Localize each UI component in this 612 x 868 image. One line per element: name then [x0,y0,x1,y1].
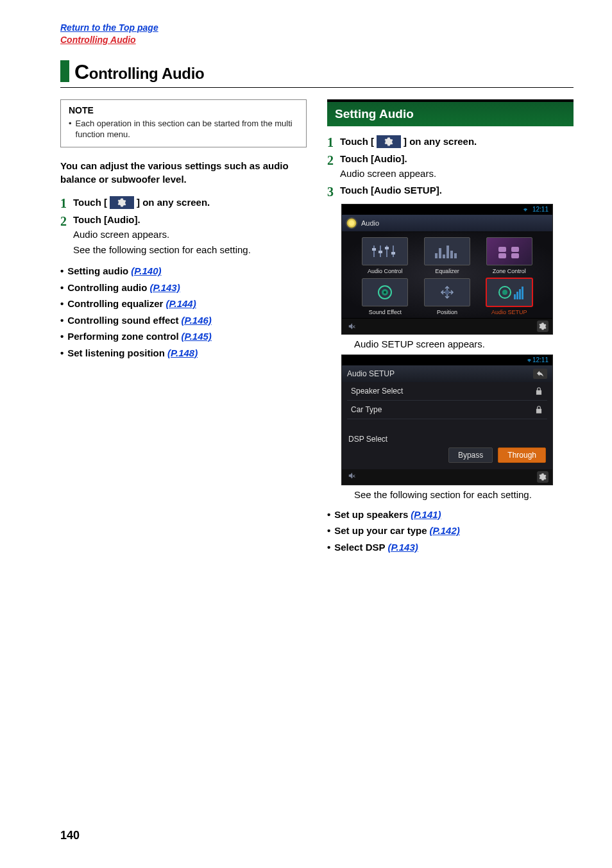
breadcrumb: Return to the Top page Controlling Audio [60,22,574,46]
svg-rect-26 [519,289,521,299]
settings-button [537,471,548,483]
wifi-icon [526,358,532,363]
list-item: •Set up your car type(P.142) [327,522,574,539]
row-speaker-select: Speaker Select [347,382,547,401]
step-number: 2 [60,214,73,228]
page-ref-link[interactable]: (P.142) [429,522,459,539]
seats-icon [492,242,527,261]
svg-rect-16 [498,253,506,258]
step-number: 1 [327,135,340,149]
svg-rect-6 [385,247,389,249]
right-column: Setting Audio 1 Touch [ ] on any screen.… [327,99,574,555]
screen-title: Audio SETUP [347,369,395,378]
speaker-bars-icon [492,283,527,302]
list-item: •Set up speakers(P.141) [327,506,574,523]
svg-rect-9 [439,248,441,258]
menu-label: Equalizer [418,268,477,274]
step-2: 2 Touch [Audio]. Audio screen appears. S… [60,214,307,257]
reference-list-2: •Set up speakers(P.141) •Set up your car… [327,506,574,556]
step-number: 2 [327,153,340,167]
gear-icon [117,198,126,207]
volume-off-icon [346,471,359,483]
svg-rect-5 [378,251,382,253]
audio-screen-shot: 12:11 Audio Audio Control [341,204,553,335]
row-car-type: Car Type [347,401,547,419]
dsp-select-group: DSP Select Bypass Through [342,423,552,469]
position-thumb [424,278,470,306]
page-ref-link[interactable]: (P.148) [167,345,198,362]
top-page-link[interactable]: Return to the Top page [60,22,158,33]
menu-label: Zone Control [480,268,538,274]
menu-label: Audio Control [356,268,414,274]
page-ref-link[interactable]: (P.145) [182,328,212,345]
left-column: NOTE • Each operation in this section ca… [60,99,307,555]
svg-rect-27 [522,287,523,299]
list-item: •Controlling audio(P.143) [60,280,307,296]
section-heading: Setting Audio [327,99,574,126]
section-link[interactable]: Controlling Audio [60,35,136,45]
step-sub: Audio screen appears. [340,167,574,181]
svg-rect-14 [498,247,506,252]
svg-point-23 [502,290,507,295]
page-ref-link[interactable]: (P.146) [182,312,212,329]
svg-rect-12 [450,251,453,258]
page-ref-link[interactable]: (P.140) [131,263,161,280]
step-1: 1 Touch [ ] on any screen. [60,196,307,210]
gear-icon [539,322,547,330]
reference-list: •Setting audio(P.140) •Controlling audio… [60,263,307,361]
page-ref-link[interactable]: (P.144) [166,296,196,312]
list-item: •Select DSP(P.143) [327,539,574,556]
equalizer-thumb [424,237,470,265]
bypass-button: Bypass [448,447,493,463]
svg-rect-7 [391,252,395,255]
svg-rect-11 [446,246,449,258]
clock-label: 12:11 [532,356,548,363]
position-arrows-icon [430,283,464,302]
page-ref-link[interactable]: (P.143) [387,539,418,556]
step-instruction: Touch [Audio SETUP]. [340,185,574,196]
menu-item-position: Position [418,278,477,315]
step-sub: Audio screen appears. [73,228,307,242]
menu-item-audio-control: Audio Control [356,237,414,274]
menu-label: Audio SETUP [480,309,538,315]
step-instruction: Touch [ ] on any screen. [340,135,574,148]
settings-icon-button [110,196,134,209]
step-3: 3 Touch [Audio SETUP]. [327,185,574,199]
svg-rect-25 [516,292,518,299]
screen-breadcrumb: Audio [342,215,552,232]
menu-label: Position [418,309,477,315]
speaker-icon [368,283,402,302]
page-ref-link[interactable]: (P.141) [411,506,441,523]
menu-item-zone-control: Zone Control [480,237,538,274]
sound-effect-thumb [362,278,408,306]
row-label: Car Type [351,405,382,414]
heading-accent-bar [60,60,69,82]
list-item: •Controlling equalizer(P.144) [60,296,307,312]
step-instruction: Touch [ ] on any screen. [73,196,307,209]
return-icon [536,370,545,378]
breadcrumb-label: Audio [361,219,379,227]
step-number: 3 [327,185,340,199]
dsp-label: DSP Select [348,435,546,444]
svg-rect-4 [372,248,376,251]
menu-item-sound-effect: Sound Effect [356,278,414,315]
fader-bars-icon [368,242,402,261]
audio-setup-thumb [486,278,532,306]
status-bar: 12:11 [342,355,552,365]
menu-item-equalizer: Equalizer [418,237,477,274]
step-number: 1 [60,196,73,210]
row-label: Speaker Select [351,387,403,396]
disc-icon [346,217,357,229]
page-ref-link[interactable]: (P.143) [149,280,180,296]
svg-rect-17 [511,253,519,258]
note-heading: NOTE [69,105,298,115]
audio-control-thumb [362,237,408,265]
note-item: • Each operation in this section can be … [69,118,298,140]
list-item: •Performing zone control(P.145) [60,328,307,345]
screenshot-caption: Audio SETUP screen appears. [354,338,574,349]
step-1: 1 Touch [ ] on any screen. [327,135,574,149]
through-button: Through [498,447,546,463]
list-item: •Set listening position(P.148) [60,345,307,362]
screen-header: Audio SETUP [342,365,552,382]
list-item: •Controlling sound effect(P.146) [60,312,307,329]
